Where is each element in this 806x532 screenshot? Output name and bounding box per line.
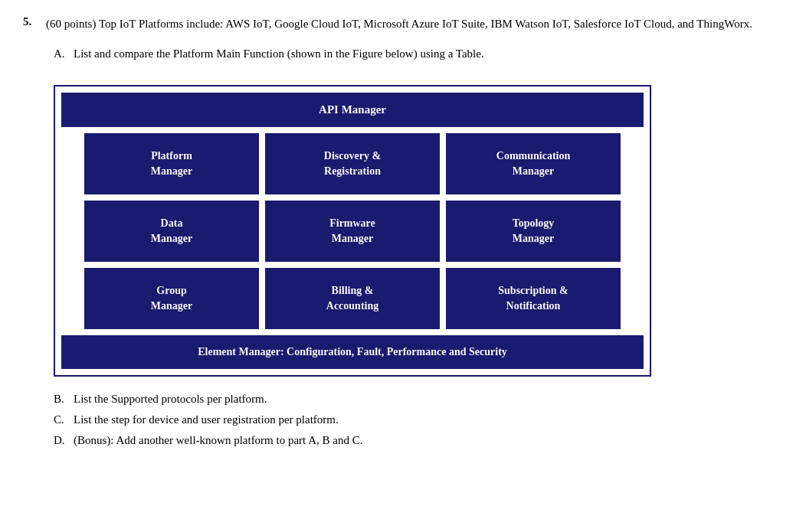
- grid-row-3: GroupManager Billing &Accounting Subscri…: [67, 268, 637, 329]
- cell-firmware-manager: FirmwareManager: [265, 201, 440, 262]
- sub-text-b: List the Supported protocols per platfor…: [74, 389, 267, 410]
- sub-question-a: A. List and compare the Platform Main Fu…: [54, 45, 783, 63]
- diagram-wrapper: API Manager PlatformManager Discovery &R…: [54, 85, 651, 377]
- cell-data-manager: DataManager: [84, 201, 259, 262]
- grid-row-1: PlatformManager Discovery &Registration …: [67, 133, 637, 194]
- sub-label-d: D.: [54, 430, 67, 451]
- list-items: B. List the Supported protocols per plat…: [54, 389, 783, 451]
- list-item-d: D. (Bonus): Add another well-known platf…: [54, 430, 783, 451]
- cell-topology-manager: TopologyManager: [446, 201, 621, 262]
- api-manager-bar: API Manager: [61, 93, 644, 127]
- cell-billing-accounting: Billing &Accounting: [265, 268, 440, 329]
- sub-label-c: C.: [54, 410, 67, 430]
- grid-rows: PlatformManager Discovery &Registration …: [61, 133, 644, 329]
- diagram-container: API Manager PlatformManager Discovery &R…: [54, 85, 651, 377]
- element-manager-bar: Element Manager: Configuration, Fault, P…: [61, 335, 644, 369]
- cell-platform-manager: PlatformManager: [84, 133, 259, 194]
- cell-group-manager: GroupManager: [84, 268, 259, 329]
- question-number: 5.: [23, 15, 38, 33]
- cell-communication-manager: CommunicationManager: [446, 133, 621, 194]
- grid-row-2: DataManager FirmwareManager TopologyMana…: [67, 201, 637, 262]
- list-item-b: B. List the Supported protocols per plat…: [54, 389, 783, 410]
- question-block: 5. (60 points) Top IoT Platforms include…: [23, 15, 783, 33]
- sub-label-b: B.: [54, 389, 67, 410]
- sub-text-d: (Bonus): Add another well-known platform…: [74, 430, 362, 451]
- sub-label-a: A.: [54, 45, 67, 63]
- sub-text-c: List the step for device and user regist…: [74, 410, 339, 430]
- cell-subscription-notification: Subscription &Notification: [446, 268, 621, 329]
- question-text: (60 points) Top IoT Platforms include: A…: [46, 15, 752, 33]
- list-item-c: C. List the step for device and user reg…: [54, 410, 783, 430]
- sub-text-a: List and compare the Platform Main Funct…: [74, 45, 484, 63]
- cell-discovery-registration: Discovery &Registration: [265, 133, 440, 194]
